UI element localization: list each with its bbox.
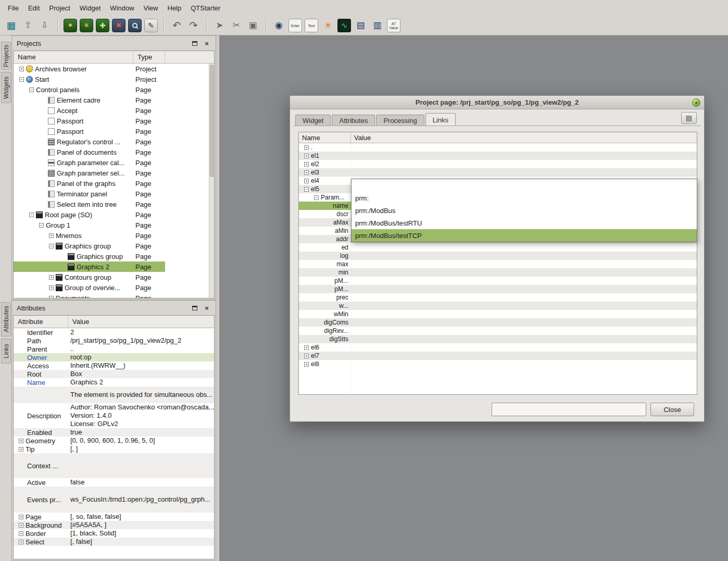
expand-icon[interactable]: +: [19, 523, 23, 528]
link-row[interactable]: w...: [299, 302, 697, 310]
function-value-icon[interactable]: AT Value: [387, 19, 400, 32]
column-header-value[interactable]: Value: [351, 132, 697, 143]
tree-row[interactable]: +Contours groupPage: [14, 272, 209, 282]
tree-row[interactable]: Panel of documentsPage: [14, 147, 209, 157]
attribute-row[interactable]: Activefalse: [14, 478, 214, 487]
menu-project[interactable]: Project: [44, 2, 74, 14]
menu-widget[interactable]: Widget: [75, 2, 105, 14]
link-row[interactable]: wMin: [299, 310, 697, 318]
tab-processing[interactable]: Processing: [376, 115, 424, 126]
collapse-icon[interactable]: −: [314, 195, 319, 200]
attribute-row[interactable]: Path/prj_start/pg_so/pg_1/pg_view2/pg_2: [14, 336, 214, 345]
tree-row[interactable]: −Group 1Page: [14, 220, 209, 230]
expand-icon[interactable]: +: [304, 354, 309, 358]
tree-row[interactable]: +Group of overvie...Page: [14, 282, 209, 293]
attribute-row[interactable]: Parent..: [14, 345, 214, 353]
attribute-row[interactable]: +Background[#5A5A5A, ]: [14, 521, 214, 529]
menu-file[interactable]: File: [3, 2, 23, 14]
tree-row[interactable]: Regulator's control ...Page: [14, 136, 209, 147]
link-row[interactable]: pM...: [299, 277, 697, 285]
attribute-row[interactable]: RootBox: [14, 370, 214, 378]
attribute-row[interactable]: Context ...: [14, 453, 214, 478]
tree-row[interactable]: PassportPage: [14, 126, 209, 136]
collapse-icon[interactable]: −: [29, 88, 34, 92]
elementary-figures-icon[interactable]: ◉: [272, 18, 286, 32]
dialog-close-icon[interactable]: ×: [692, 98, 700, 107]
link-row[interactable]: digStts: [299, 335, 697, 343]
tab-widgets[interactable]: Widgets: [1, 72, 11, 103]
run-project-icon[interactable]: ▦: [4, 18, 18, 32]
collapse-icon[interactable]: −: [304, 187, 309, 192]
link-value-input[interactable]: [492, 403, 646, 416]
link-row[interactable]: prec: [299, 293, 697, 302]
tree-row[interactable]: −Root page (SO)Page: [14, 209, 209, 220]
add-page-icon[interactable]: ✚: [96, 19, 109, 32]
link-row[interactable]: digComs: [299, 318, 697, 327]
expand-icon[interactable]: +: [19, 439, 23, 443]
collapse-icon[interactable]: −: [29, 213, 34, 217]
link-row[interactable]: ed: [299, 243, 697, 252]
expand-icon[interactable]: +: [19, 67, 24, 71]
paste-icon[interactable]: ▣: [246, 18, 260, 32]
tree-row[interactable]: +DocumentsPage: [14, 293, 209, 298]
tree-row[interactable]: Graphics 2Page: [14, 261, 209, 272]
tab-widget[interactable]: Widget: [295, 115, 331, 126]
link-row[interactable]: max: [299, 260, 697, 268]
load-from-db-icon[interactable]: ⇧: [21, 18, 35, 32]
attribute-row[interactable]: +Border[1, black, Solid]: [14, 529, 214, 538]
tree-row[interactable]: Element cadrePage: [14, 95, 209, 105]
expand-icon[interactable]: +: [49, 275, 54, 280]
link-row[interactable]: +el3: [299, 168, 697, 177]
tab-attributes[interactable]: Attributes: [332, 115, 375, 126]
float-dock-icon[interactable]: [191, 39, 199, 47]
collapse-icon[interactable]: −: [39, 223, 44, 228]
link-row[interactable]: +el1: [299, 152, 697, 160]
link-row[interactable]: pM...: [299, 285, 697, 293]
edit-page-icon[interactable]: ✎: [144, 19, 158, 32]
link-row[interactable]: +el6: [299, 343, 697, 352]
text-elements-icon[interactable]: Text: [305, 19, 318, 32]
expand-icon[interactable]: +: [19, 515, 23, 519]
tree-row[interactable]: Terminator panelPage: [14, 189, 209, 199]
tree-row[interactable]: Graph parameter cal...Page: [14, 157, 209, 168]
tree-row[interactable]: Panel of the graphsPage: [14, 178, 209, 189]
column-header-attribute[interactable]: Attribute: [14, 316, 68, 328]
link-row[interactable]: +el7: [299, 352, 697, 360]
expand-icon[interactable]: +: [49, 233, 54, 238]
float-dock-icon[interactable]: [191, 304, 199, 312]
tree-row[interactable]: −Control panelsPage: [14, 84, 209, 95]
form-elements-icon[interactable]: Enter: [288, 19, 302, 32]
dropdown-item[interactable]: [352, 179, 697, 192]
expand-icon[interactable]: +: [304, 179, 309, 183]
tree-row[interactable]: −StartProject: [14, 74, 209, 84]
tree-row[interactable]: Graph parameter sel...Page: [14, 168, 209, 178]
expand-icon[interactable]: +: [304, 162, 309, 167]
undo-icon[interactable]: ↶: [170, 18, 184, 32]
column-header-name[interactable]: Name: [299, 132, 351, 143]
link-row[interactable]: digRev...: [299, 327, 697, 335]
attribute-row[interactable]: DescriptionAuthor: Roman Savochenko <rom…: [14, 403, 214, 428]
menu-help[interactable]: Help: [163, 2, 186, 14]
cut-icon[interactable]: ✂: [229, 18, 243, 32]
attribute-row[interactable]: Events pr...ws_FocusIn:/trnd1:open:/pg_c…: [14, 487, 214, 513]
attribute-row[interactable]: Enabledtrue: [14, 428, 214, 437]
link-row[interactable]: +.: [299, 143, 697, 152]
expand-icon[interactable]: +: [49, 285, 54, 290]
tree-row[interactable]: PassportPage: [14, 116, 209, 126]
attribute-row[interactable]: +Geometry[0, 0, 900, 600, 1, 0.96, 5, 0]: [14, 437, 214, 445]
tree-row[interactable]: +Archives browserProject: [14, 64, 209, 74]
attribute-row[interactable]: The element is provided for simultaneous…: [14, 387, 214, 403]
save-to-db-icon[interactable]: ⇩: [37, 18, 52, 32]
dropdown-item[interactable]: prm:/ModBus/testTCP: [352, 229, 697, 242]
pointer-icon[interactable]: ➤: [212, 18, 227, 32]
tab-links[interactable]: Links: [1, 339, 11, 364]
column-header-name[interactable]: Name: [14, 51, 133, 63]
expand-icon[interactable]: +: [19, 531, 23, 536]
attribute-row[interactable]: +Tip[, ]: [14, 445, 214, 453]
menu-window[interactable]: Window: [105, 2, 139, 14]
close-button[interactable]: Close: [650, 403, 694, 416]
column-header-type[interactable]: Type: [133, 51, 165, 63]
collapse-icon[interactable]: −: [19, 77, 24, 82]
attributes-panel-button[interactable]: ▤: [681, 112, 697, 124]
delete-page-icon[interactable]: ✖: [112, 19, 125, 32]
